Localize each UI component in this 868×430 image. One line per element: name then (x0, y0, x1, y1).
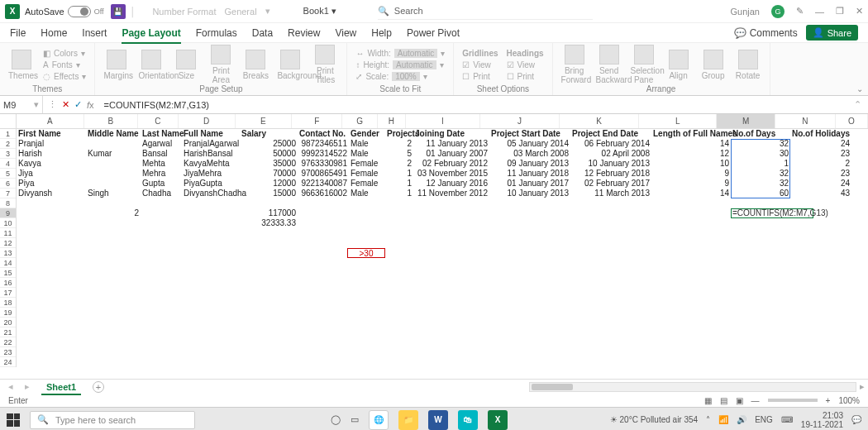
explorer-icon[interactable]: 📁 (398, 410, 418, 430)
gridlines-view[interactable]: ☑ View (462, 60, 498, 69)
cell-C6[interactable]: Gupta (141, 179, 182, 189)
row-7[interactable]: 7 (0, 189, 16, 198)
restore-icon[interactable]: ❐ (836, 6, 844, 17)
cell-J5[interactable]: 11 January 2018 (489, 169, 570, 179)
cell-M5[interactable]: 32 (731, 169, 790, 179)
cell-H6[interactable]: 1 (385, 179, 413, 189)
cell-L2[interactable]: 14 (651, 139, 731, 149)
sheet-nav-prev[interactable]: ◂ (8, 381, 13, 392)
cell-M4[interactable]: 1 (731, 159, 790, 169)
cell-N1[interactable]: No.of Holidays (790, 129, 851, 139)
row-4[interactable]: 4 (0, 159, 16, 169)
col-E[interactable]: E (236, 114, 293, 128)
task-search[interactable]: 🔍 Type here to search (30, 411, 195, 429)
cell-D3[interactable]: HarishBansal (182, 149, 240, 159)
cell-G6[interactable]: Female (349, 179, 385, 189)
cell-H1[interactable]: Projects (385, 129, 413, 139)
row-16[interactable]: 16 (0, 278, 16, 288)
effects-button[interactable]: ◌ Effects ▾ (43, 72, 86, 81)
cell-N3[interactable]: 23 (790, 149, 851, 159)
margins-button[interactable]: Margins (103, 50, 130, 80)
cell-D7[interactable]: DivyanshChadha (182, 189, 240, 198)
search-box[interactable]: 🔍 Search (378, 3, 593, 20)
cell-A5[interactable]: Jiya (17, 169, 86, 179)
row-9[interactable]: 9 (0, 208, 16, 218)
cell-L1[interactable]: Length of Full Names (651, 129, 731, 139)
tab-formulas[interactable]: Formulas (196, 27, 237, 39)
cell-I7[interactable]: 11 November 2012 (413, 189, 489, 198)
cell-I6[interactable]: 12 January 2016 (413, 179, 489, 189)
align-button[interactable]: Align (665, 50, 692, 80)
cell-C2[interactable]: Agarwal (141, 139, 182, 149)
col-N[interactable]: N (775, 114, 836, 128)
row-19[interactable]: 19 (0, 308, 16, 318)
view-break-icon[interactable]: ▣ (736, 396, 743, 405)
pen-icon[interactable]: ✎ (796, 6, 804, 17)
user-avatar[interactable]: G (771, 5, 785, 18)
selection-pane-button[interactable]: Selection Pane (631, 45, 657, 84)
cell-J2[interactable]: 05 January 2014 (489, 139, 570, 149)
cell-D5[interactable]: JiyaMehra (182, 169, 240, 179)
start-button[interactable] (7, 413, 20, 427)
cell-I1[interactable]: Joining Date (413, 129, 489, 139)
cell-E4[interactable]: 35000 (240, 159, 298, 169)
row-22[interactable]: 22 (0, 337, 16, 347)
row-10[interactable]: 10 (0, 218, 16, 228)
scale-height[interactable]: ↕ Height: Automatic ▾ (355, 60, 445, 69)
add-sheet-button[interactable]: + (93, 381, 104, 393)
cell-F7[interactable]: 9663616002 (298, 189, 349, 198)
tab-home[interactable]: Home (41, 27, 67, 39)
col-B[interactable]: B (84, 114, 138, 128)
cell-I5[interactable]: 03 November 2015 (413, 169, 489, 179)
tab-data[interactable]: Data (252, 27, 273, 39)
number-format-value[interactable]: General (224, 7, 256, 17)
cell-I4[interactable]: 02 February 2012 (413, 159, 489, 169)
ribbon-collapse-icon[interactable]: ⌄ (851, 83, 868, 95)
autosave-toggle[interactable] (68, 6, 91, 17)
cell-I3[interactable]: 01 January 2007 (413, 149, 489, 159)
cell-G3[interactable]: Male (349, 149, 385, 159)
cell-A4[interactable]: Kavya (17, 159, 86, 169)
tab-page-layout[interactable]: Page Layout (122, 27, 180, 39)
cell-H4[interactable]: 2 (385, 159, 413, 169)
row-11[interactable]: 11 (0, 228, 16, 238)
row-13[interactable]: 13 (0, 248, 16, 258)
group-button[interactable]: Group (700, 50, 727, 80)
cell-N6[interactable]: 24 (790, 179, 851, 189)
col-L[interactable]: L (639, 114, 717, 128)
tab-view[interactable]: View (335, 27, 356, 39)
cell-C3[interactable]: Bansal (141, 149, 182, 159)
weather-tray[interactable]: ☀ 20°C Polluted air 354 (610, 415, 698, 424)
cell-B2[interactable] (86, 139, 141, 149)
colors-button[interactable]: ◧ Colors ▾ (43, 49, 86, 58)
sheet-tab-1[interactable]: Sheet1 (41, 382, 81, 392)
cortana-icon[interactable]: ▭ (351, 414, 359, 425)
cell-C5[interactable]: Mehra (141, 169, 182, 179)
cell-N5[interactable]: 23 (790, 169, 851, 179)
zoom-value[interactable]: 100% (838, 396, 860, 405)
cell-G4[interactable]: Female (349, 159, 385, 169)
store-icon[interactable]: 🛍 (458, 410, 478, 430)
col-C[interactable]: C (138, 114, 179, 128)
name-box[interactable]: M9 ▾ (0, 96, 43, 113)
cell-L7[interactable]: 14 (651, 189, 731, 198)
word-icon[interactable]: W (428, 410, 448, 430)
cell-D6[interactable]: PiyaGupta (182, 179, 240, 189)
cell-J1[interactable]: Project Start Date (489, 129, 570, 139)
cell-M3[interactable]: 30 (731, 149, 790, 159)
cell-B6[interactable] (86, 179, 141, 189)
expand-formula-icon[interactable]: ⌃ (847, 99, 868, 110)
cell-A1[interactable]: First Name (17, 129, 86, 139)
themes-button[interactable]: Themes (8, 50, 35, 80)
background-button[interactable]: Background (277, 50, 303, 80)
cell-J4[interactable]: 09 January 2013 (489, 159, 570, 169)
ime-icon[interactable]: ⌨ (781, 415, 793, 424)
row-23[interactable]: 23 (0, 347, 16, 357)
size-button[interactable]: Size (173, 50, 199, 80)
tab-power-pivot[interactable]: Power Pivot (407, 27, 460, 39)
row-3[interactable]: 3 (0, 149, 16, 159)
excel-taskbar-icon[interactable]: X (488, 410, 508, 430)
cell-G7[interactable]: Male (349, 189, 385, 198)
tab-insert[interactable]: Insert (82, 27, 107, 39)
col-A[interactable]: A (17, 114, 84, 128)
